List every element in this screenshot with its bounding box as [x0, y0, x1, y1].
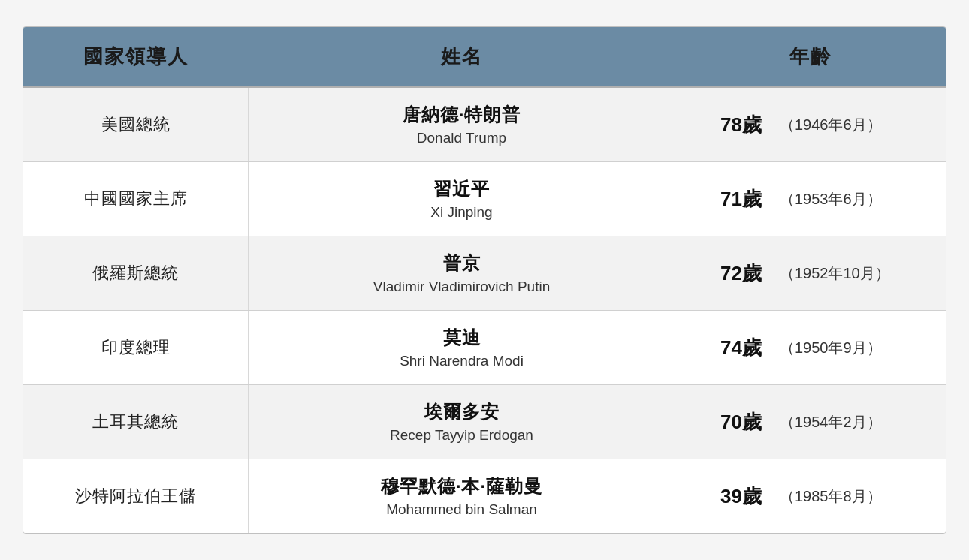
cell-name: 普京 Vladimir Vladimirovich Putin — [249, 236, 675, 310]
table-header: 國家領導人 姓名 年齡 — [23, 27, 946, 88]
age-number: 71歲 — [720, 186, 762, 212]
age-number: 39歲 — [720, 483, 762, 510]
cell-age: 72歲 （1952年10月） — [675, 236, 946, 310]
table-row: 中國國家主席 習近平 Xi Jinping 71歲 （1953年6月） — [23, 162, 946, 236]
header-title: 國家領導人 — [23, 27, 249, 86]
name-chinese: 唐納德·特朗普 — [403, 103, 521, 127]
cell-title: 中國國家主席 — [23, 162, 249, 236]
cell-age: 78歲 （1946年6月） — [675, 88, 946, 161]
leader-title: 俄羅斯總統 — [92, 262, 179, 285]
leader-title: 土耳其總統 — [92, 411, 179, 433]
name-english: Mohammed bin Salman — [386, 501, 537, 518]
cell-title: 印度總理 — [23, 311, 249, 384]
age-birth: （1954年2月） — [780, 412, 882, 432]
name-chinese: 習近平 — [433, 177, 490, 201]
header-age: 年齡 — [675, 27, 946, 86]
name-english: Vladimir Vladimirovich Putin — [373, 278, 550, 295]
leader-title: 印度總理 — [101, 336, 171, 359]
age-birth: （1946年6月） — [780, 115, 882, 135]
table-row: 俄羅斯總統 普京 Vladimir Vladimirovich Putin 72… — [23, 236, 946, 311]
age-birth: （1985年8月） — [780, 486, 882, 507]
leader-title: 沙特阿拉伯王儲 — [75, 485, 196, 507]
cell-name: 習近平 Xi Jinping — [249, 162, 675, 236]
age-birth: （1952年10月） — [780, 263, 890, 284]
name-english: Shri Narendra Modi — [400, 353, 524, 369]
age-birth: （1950年9月） — [780, 338, 882, 358]
cell-age: 71歲 （1953年6月） — [675, 162, 946, 236]
leader-title: 美國總統 — [101, 113, 171, 136]
table-row: 土耳其總統 埃爾多安 Recep Tayyip Erdogan 70歲 （195… — [23, 385, 946, 459]
cell-name: 埃爾多安 Recep Tayyip Erdogan — [249, 385, 675, 459]
cell-name: 唐納德·特朗普 Donald Trump — [249, 88, 675, 161]
cell-title: 美國總統 — [23, 88, 249, 161]
age-number: 72歲 — [720, 260, 762, 287]
cell-title: 土耳其總統 — [23, 385, 249, 459]
cell-age: 70歲 （1954年2月） — [675, 385, 946, 459]
cell-name: 穆罕默德·本·薩勒曼 Mohammed bin Salman — [249, 459, 675, 533]
name-chinese: 埃爾多安 — [424, 400, 500, 424]
name-chinese: 普京 — [443, 251, 481, 275]
cell-name: 莫迪 Shri Narendra Modi — [249, 311, 675, 384]
name-english: Recep Tayyip Erdogan — [390, 427, 533, 444]
name-english: Donald Trump — [417, 130, 506, 146]
cell-age: 74歲 （1950年9月） — [675, 311, 946, 384]
name-chinese: 莫迪 — [443, 326, 481, 350]
leaders-table: 國家領導人 姓名 年齡 美國總統 唐納德·特朗普 Donald Trump 78… — [23, 26, 946, 534]
table-row: 沙特阿拉伯王儲 穆罕默德·本·薩勒曼 Mohammed bin Salman 3… — [23, 459, 946, 533]
cell-age: 39歲 （1985年8月） — [675, 459, 946, 533]
age-number: 78歲 — [720, 112, 762, 138]
cell-title: 俄羅斯總統 — [23, 236, 249, 310]
cell-title: 沙特阿拉伯王儲 — [23, 459, 249, 533]
header-name: 姓名 — [249, 27, 675, 86]
table-body: 美國總統 唐納德·特朗普 Donald Trump 78歲 （1946年6月） … — [23, 88, 946, 533]
name-chinese: 穆罕默德·本·薩勒曼 — [381, 474, 542, 498]
age-birth: （1953年6月） — [780, 189, 882, 209]
age-number: 74歲 — [720, 335, 762, 361]
name-english: Xi Jinping — [430, 204, 492, 221]
age-number: 70歲 — [720, 409, 762, 435]
table-row: 印度總理 莫迪 Shri Narendra Modi 74歲 （1950年9月） — [23, 311, 946, 385]
table-row: 美國總統 唐納德·特朗普 Donald Trump 78歲 （1946年6月） — [23, 88, 946, 162]
leader-title: 中國國家主席 — [84, 188, 188, 210]
